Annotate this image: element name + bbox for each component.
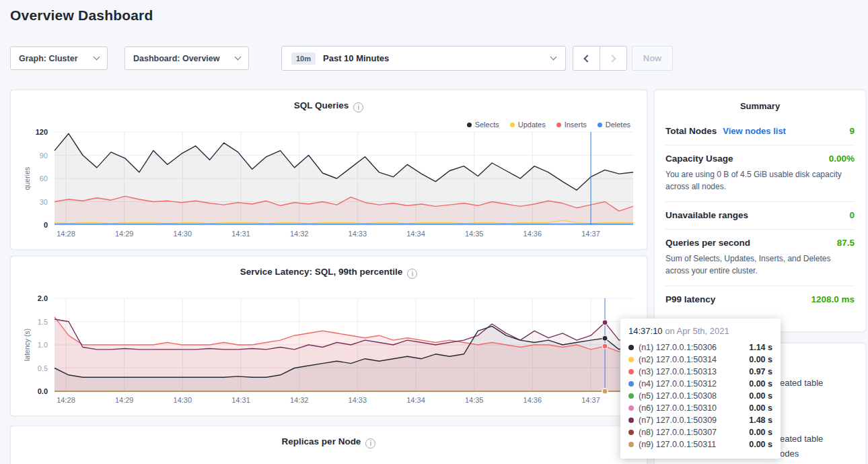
summary-row: P99 latency1208.0 ms	[665, 286, 855, 313]
series-area-selects	[55, 133, 633, 225]
svg-text:latency (s): latency (s)	[23, 329, 31, 361]
svg-text:14:37: 14:37	[581, 230, 600, 238]
node-latency-value: 1.48 s	[749, 416, 772, 425]
summary-title: Summary	[665, 90, 855, 118]
series-color-dot	[628, 369, 634, 374]
node-link[interactable]: (n8) 127.0.0.1:50307	[639, 428, 717, 437]
svg-text:90: 90	[40, 152, 48, 160]
crosshair-dot-n1	[602, 335, 608, 341]
svg-text:14:36: 14:36	[523, 230, 542, 238]
time-range-label: Past 10 Minutes	[323, 53, 389, 63]
tooltip-header: 14:37:10 on Apr 5th, 2021	[628, 326, 772, 336]
svg-text:queries: queries	[23, 167, 31, 190]
node-latency-value: 0.00 s	[749, 428, 772, 437]
svg-text:0: 0	[44, 221, 48, 229]
tooltip-row: (n7) 127.0.0.1:503091.48 s	[628, 414, 772, 426]
dashboard-dropdown-label: Dashboard: Overview	[133, 54, 220, 63]
chart-title-text: SQL Queries	[294, 100, 349, 110]
svg-text:60: 60	[40, 174, 48, 183]
svg-text:14:34: 14:34	[406, 396, 425, 404]
tooltip-row: (n4) 127.0.0.1:503120.00 s	[628, 378, 772, 390]
event-item-fragment[interactable]: eated table	[780, 378, 823, 388]
summary-label: Capacity Usage	[665, 154, 733, 164]
chevron-down-icon	[235, 54, 242, 61]
svg-text:14:32: 14:32	[290, 396, 309, 404]
svg-text:14:31: 14:31	[231, 230, 250, 238]
tooltip-row: (n1) 127.0.0.1:503061.14 s	[628, 341, 772, 354]
svg-text:14:33: 14:33	[349, 396, 367, 404]
dashboard-dropdown[interactable]: Dashboard: Overview	[124, 46, 249, 70]
node-link[interactable]: (n7) 127.0.0.1:50309	[639, 416, 717, 425]
chevron-down-icon	[94, 54, 100, 61]
svg-text:120: 120	[36, 128, 48, 136]
node-link[interactable]: (n6) 127.0.0.1:50310	[639, 403, 717, 413]
summary-label: Unavailable ranges	[665, 210, 748, 220]
tooltip-row: (n6) 127.0.0.1:503100.00 s	[628, 402, 772, 414]
tooltip-row: (n8) 127.0.0.1:503070.00 s	[628, 426, 772, 438]
summary-label: P99 latency	[665, 294, 715, 304]
svg-text:14:33: 14:33	[349, 230, 367, 238]
series-color-dot	[628, 393, 634, 399]
event-item-fragment[interactable]: odes	[780, 449, 799, 459]
node-link[interactable]: (n4) 127.0.0.1:50312	[639, 379, 717, 389]
chart-title-text: Service Latency: SQL, 99th percentile	[240, 267, 403, 277]
svg-text:14:37: 14:37	[581, 396, 600, 404]
tooltip-date: on Apr 5th, 2021	[665, 326, 729, 336]
graph-dropdown[interactable]: Graph: Cluster	[10, 46, 108, 70]
node-link[interactable]: (n9) 127.0.0.1:50311	[639, 440, 716, 449]
service-latency-chart-canvas[interactable]: 0.00.51.01.52.014:2814:2914:3014:3114:32…	[11, 293, 648, 414]
node-latency-value: 0.00 s	[749, 355, 772, 364]
node-latency-value: 1.14 s	[749, 343, 772, 352]
graph-dropdown-label: Graph: Cluster	[19, 54, 78, 63]
svg-text:1.5: 1.5	[38, 318, 48, 326]
service-latency-panel: Service Latency: SQL, 99th percentilei 0…	[10, 256, 647, 416]
svg-text:14:31: 14:31	[231, 396, 250, 404]
replicas-per-node-panel: Replicas per Nodei	[10, 426, 647, 464]
series-color-dot	[628, 442, 634, 447]
svg-text:14:30: 14:30	[174, 396, 192, 404]
summary-row: Total NodesView nodes list9	[665, 118, 855, 145]
crosshair-dot-n3	[602, 343, 608, 349]
page-title: Overview Dashboard	[10, 7, 153, 24]
series-color-dot	[628, 405, 634, 411]
sql-queries-chart-canvas[interactable]: 030609012014:2814:2914:3014:3114:3214:33…	[11, 127, 648, 248]
svg-text:2.0: 2.0	[38, 294, 48, 302]
summary-panel: Summary Total NodesView nodes list9Capac…	[654, 90, 866, 332]
summary-value: 0	[849, 210, 855, 220]
svg-text:14:30: 14:30	[174, 230, 192, 238]
node-latency-value: 0.00 s	[749, 440, 772, 449]
info-icon[interactable]: i	[407, 269, 417, 279]
time-prev-button[interactable]	[573, 46, 600, 71]
tooltip-row: (n3) 127.0.0.1:503130.97 s	[628, 366, 772, 378]
view-nodes-list-link[interactable]: View nodes list	[723, 126, 786, 136]
time-window-badge: 10m	[291, 53, 316, 65]
tooltip-row: (n5) 127.0.0.1:503080.00 s	[628, 390, 772, 402]
series-color-dot	[628, 357, 634, 362]
node-link[interactable]: (n3) 127.0.0.1:50313	[639, 367, 717, 376]
time-next-button-disabled	[600, 46, 627, 71]
svg-text:14:36: 14:36	[523, 396, 542, 404]
info-icon[interactable]: i	[365, 438, 375, 449]
chart-title: Service Latency: SQL, 99th percentilei	[11, 267, 647, 279]
svg-text:1.0: 1.0	[38, 341, 48, 349]
node-latency-value: 0.00 s	[749, 379, 772, 389]
node-link[interactable]: (n2) 127.0.0.1:50314	[639, 355, 717, 364]
chevron-down-icon	[550, 54, 557, 61]
svg-text:14:32: 14:32	[290, 230, 309, 238]
crosshair-dot-n7	[602, 320, 608, 325]
info-icon[interactable]: i	[353, 102, 363, 112]
chart-title: SQL Queriesi	[11, 100, 647, 112]
node-link[interactable]: (n5) 127.0.0.1:50308	[639, 391, 717, 401]
node-link[interactable]: (n1) 127.0.0.1:50306	[639, 343, 717, 352]
summary-row: Queries per second87.5Sum of Selects, Up…	[665, 230, 855, 286]
time-range-selector[interactable]: 10m Past 10 Minutes	[281, 46, 566, 71]
series-color-dot	[628, 418, 634, 423]
summary-label: Queries per second	[665, 238, 750, 248]
svg-text:14:35: 14:35	[465, 230, 484, 238]
summary-value: 9	[849, 126, 855, 136]
now-button-disabled: Now	[632, 46, 673, 71]
event-item-fragment[interactable]: eated table	[780, 434, 823, 444]
svg-text:14:29: 14:29	[115, 396, 134, 404]
node-latency-value: 0.97 s	[749, 367, 772, 376]
sql-queries-panel: SQL Queriesi SelectsUpdatesInsertsDelete…	[10, 90, 647, 250]
